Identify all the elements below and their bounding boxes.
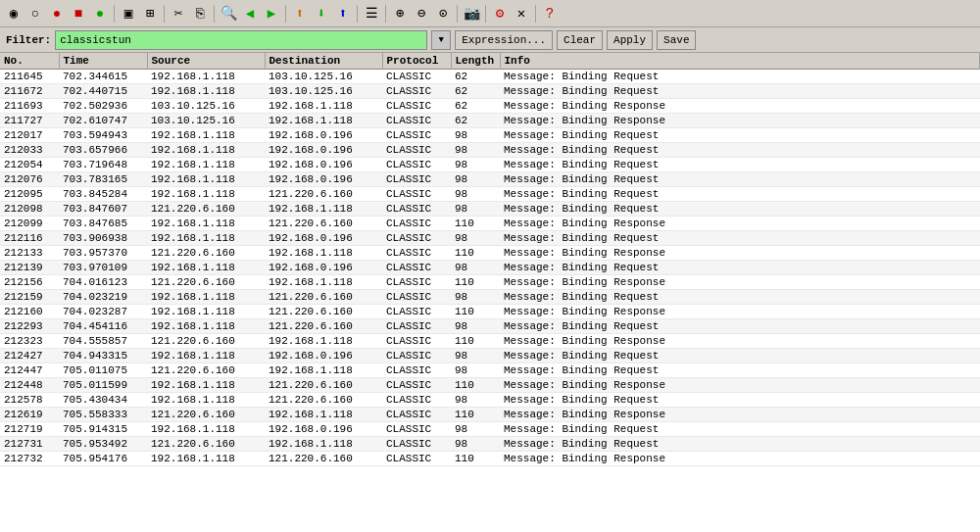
clear-button[interactable]: Clear — [557, 30, 603, 50]
cell-time: 704.023287 — [59, 305, 147, 319]
cell-src: 121.220.6.160 — [147, 363, 265, 378]
cell-info: Message: Binding Request — [500, 261, 980, 275]
cell-time: 704.454116 — [59, 319, 147, 334]
help-icon[interactable]: ? — [540, 4, 560, 24]
cell-info: Message: Binding Response — [500, 275, 980, 290]
close-icon[interactable]: ✕ — [512, 4, 531, 24]
table-row[interactable]: 212054 703.719648 192.168.1.118 192.168.… — [0, 158, 980, 172]
zoom-out-icon[interactable]: ⊖ — [412, 4, 431, 24]
cell-dst: 192.168.1.118 — [265, 437, 382, 452]
cell-dst: 192.168.1.118 — [265, 99, 382, 114]
table-row[interactable]: 212448 705.011599 192.168.1.118 121.220.… — [0, 378, 980, 393]
table-row[interactable]: 212427 704.943315 192.168.1.118 192.168.… — [0, 349, 980, 363]
filter-input[interactable] — [55, 30, 427, 50]
cell-info: Message: Binding Request — [500, 437, 980, 452]
table-row[interactable]: 212076 703.783165 192.168.1.118 192.168.… — [0, 172, 980, 187]
table-row[interactable]: 212116 703.906938 192.168.1.118 192.168.… — [0, 231, 980, 246]
camera-icon[interactable]: 📷 — [462, 4, 481, 24]
table-row[interactable]: 212719 705.914315 192.168.1.118 192.168.… — [0, 422, 980, 437]
sep9 — [535, 5, 536, 23]
toolbar: ◉ ○ ● ■ ● ▣ ⊞ ✂ ⎘ 🔍 ◀ ▶ ⬆ ⬇ ⬆ ☰ ⊕ ⊖ ⊙ 📷 … — [0, 0, 980, 27]
cell-proto: CLASSIC — [382, 422, 451, 437]
zoom-in-icon[interactable]: ⊕ — [390, 4, 410, 24]
settings-icon[interactable]: ⚙ — [490, 4, 510, 24]
cell-proto: CLASSIC — [382, 143, 451, 158]
table-row[interactable]: 211645 702.344615 192.168.1.118 103.10.1… — [0, 70, 980, 84]
table-row[interactable]: 212098 703.847607 121.220.6.160 192.168.… — [0, 202, 980, 217]
table-row[interactable]: 212017 703.594943 192.168.1.118 192.168.… — [0, 128, 980, 143]
cell-no: 212159 — [0, 290, 59, 305]
cell-src: 103.10.125.16 — [147, 114, 265, 128]
col-header-source: Source — [147, 53, 265, 70]
cell-info: Message: Binding Request — [500, 363, 980, 378]
red-circle-icon[interactable]: ● — [47, 4, 67, 24]
table-row[interactable]: 212160 704.023287 192.168.1.118 121.220.… — [0, 305, 980, 319]
table-row[interactable]: 212095 703.845284 192.168.1.118 121.220.… — [0, 187, 980, 202]
cell-time: 703.657966 — [59, 143, 147, 158]
table-row[interactable]: 212033 703.657966 192.168.1.118 192.168.… — [0, 143, 980, 158]
circle2-icon[interactable]: ○ — [25, 4, 45, 24]
copy-icon[interactable]: ⎘ — [190, 4, 210, 24]
table-row[interactable]: 212293 704.454116 192.168.1.118 121.220.… — [0, 319, 980, 334]
cell-info: Message: Binding Request — [500, 70, 980, 84]
save-button[interactable]: Save — [657, 30, 696, 50]
table-row[interactable]: 212619 705.558333 121.220.6.160 192.168.… — [0, 408, 980, 422]
col-header-destination: Destination — [265, 53, 382, 70]
cell-info: Message: Binding Response — [500, 114, 980, 128]
cell-info: Message: Binding Response — [500, 99, 980, 114]
col-header-length: Length — [451, 53, 500, 70]
cell-no: 212160 — [0, 305, 59, 319]
table-row[interactable]: 212156 704.016123 121.220.6.160 192.168.… — [0, 275, 980, 290]
search-icon[interactable]: 🔍 — [219, 4, 238, 24]
table-row[interactable]: 212578 705.430434 192.168.1.118 121.220.… — [0, 393, 980, 408]
circle-icon[interactable]: ◉ — [4, 4, 24, 24]
list-icon[interactable]: ☰ — [362, 4, 381, 24]
green-circle-icon[interactable]: ● — [90, 4, 110, 24]
cell-len: 110 — [451, 217, 500, 231]
table-row[interactable]: 212731 705.953492 121.220.6.160 192.168.… — [0, 437, 980, 452]
file2-icon[interactable]: ⊞ — [140, 4, 160, 24]
cell-info: Message: Binding Request — [500, 231, 980, 246]
table-row[interactable]: 212099 703.847685 192.168.1.118 121.220.… — [0, 217, 980, 231]
table-row[interactable]: 212447 705.011075 121.220.6.160 192.168.… — [0, 363, 980, 378]
zoom-fit-icon[interactable]: ⊙ — [433, 4, 453, 24]
arrow-up2-icon[interactable]: ⬆ — [333, 4, 353, 24]
file-icon[interactable]: ▣ — [119, 4, 138, 24]
table-row[interactable]: 212133 703.957370 121.220.6.160 192.168.… — [0, 246, 980, 261]
cell-len: 98 — [451, 363, 500, 378]
cell-proto: CLASSIC — [382, 246, 451, 261]
table-row[interactable]: 212159 704.023219 192.168.1.118 121.220.… — [0, 290, 980, 305]
cell-src: 192.168.1.118 — [147, 393, 265, 408]
expression-button[interactable]: Expression... — [455, 30, 553, 50]
packet-list[interactable]: No. Time Source Destination Protocol Len… — [0, 53, 980, 532]
cell-proto: CLASSIC — [382, 70, 451, 84]
cell-len: 98 — [451, 422, 500, 437]
cell-info: Message: Binding Response — [500, 217, 980, 231]
cell-time: 702.502936 — [59, 99, 147, 114]
table-row[interactable]: 212732 705.954176 192.168.1.118 121.220.… — [0, 452, 980, 466]
cell-proto: CLASSIC — [382, 231, 451, 246]
cell-dst: 121.220.6.160 — [265, 305, 382, 319]
table-row[interactable]: 211693 702.502936 103.10.125.16 192.168.… — [0, 99, 980, 114]
table-row[interactable]: 212323 704.555857 121.220.6.160 192.168.… — [0, 334, 980, 349]
cut-icon[interactable]: ✂ — [169, 4, 188, 24]
table-row[interactable]: 211727 702.610747 103.10.125.16 192.168.… — [0, 114, 980, 128]
red-square-icon[interactable]: ■ — [69, 4, 88, 24]
back-icon[interactable]: ◀ — [240, 4, 260, 24]
apply-button[interactable]: Apply — [607, 30, 653, 50]
table-row[interactable]: 212139 703.970109 192.168.1.118 192.168.… — [0, 261, 980, 275]
cell-no: 212447 — [0, 363, 59, 378]
arrow-up-icon[interactable]: ⬆ — [290, 4, 310, 24]
cell-time: 703.783165 — [59, 172, 147, 187]
cell-no: 212293 — [0, 319, 59, 334]
cell-no: 212732 — [0, 452, 59, 466]
cell-src: 192.168.1.118 — [147, 231, 265, 246]
forward-icon[interactable]: ▶ — [262, 4, 281, 24]
arrow-down-icon[interactable]: ⬇ — [312, 4, 331, 24]
filter-dropdown[interactable]: ▼ — [431, 30, 451, 50]
table-row[interactable]: 211672 702.440715 192.168.1.118 103.10.1… — [0, 84, 980, 99]
col-header-info: Info — [500, 53, 980, 70]
cell-dst: 121.220.6.160 — [265, 290, 382, 305]
cell-len: 62 — [451, 70, 500, 84]
cell-len: 98 — [451, 261, 500, 275]
